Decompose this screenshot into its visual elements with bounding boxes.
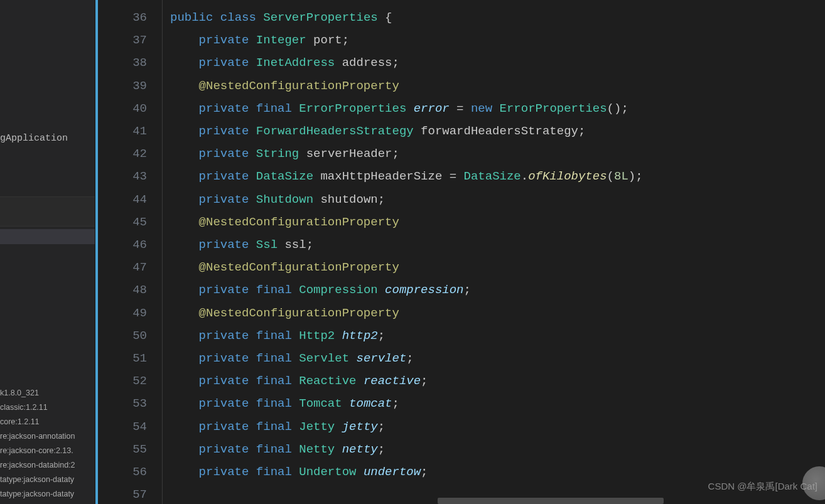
line-number: 52 — [98, 370, 147, 392]
code-line[interactable]: private DataSize maxHttpHeaderSize = Dat… — [170, 165, 825, 188]
code-line[interactable]: private Ssl ssl; — [170, 233, 825, 256]
sidebar-spacer — [0, 0, 95, 131]
code-line[interactable]: private final Netty netty; — [170, 438, 825, 461]
line-number: 41 — [98, 120, 147, 142]
sidebar-lib-item[interactable]: re:jackson-databind:2 — [0, 458, 95, 473]
sidebar-lib-item[interactable]: tatype:jackson-dataty — [0, 487, 95, 501]
sidebar-lib-item[interactable]: classic:1.2.11 — [0, 400, 95, 415]
code-line[interactable]: private final Servlet servlet; — [170, 347, 825, 370]
sidebar-libs: k1.8.0_321 classic:1.2.11 core:1.2.11 re… — [0, 386, 95, 504]
sidebar-lib-item[interactable]: core:1.2.11 — [0, 415, 95, 429]
line-number: 51 — [98, 347, 147, 370]
line-number: 42 — [98, 142, 147, 165]
sidebar-section-a[interactable] — [0, 196, 95, 227]
line-number: 54 — [98, 416, 147, 438]
code-line[interactable]: public class ServerProperties { — [170, 6, 825, 29]
line-number: 56 — [98, 461, 147, 483]
vertical-scroll-track[interactable] — [816, 0, 825, 504]
code-line[interactable]: private final Undertow undertow; — [170, 461, 825, 483]
line-number: 43 — [98, 165, 147, 188]
line-number: 55 — [98, 438, 147, 461]
code-line[interactable]: @NestedConfigurationProperty — [170, 256, 825, 279]
line-number: 49 — [98, 302, 147, 324]
line-number: 48 — [98, 279, 147, 301]
line-number: 36 — [98, 6, 147, 29]
line-number: 45 — [98, 211, 147, 233]
code-area[interactable]: public class ServerProperties { private … — [163, 0, 825, 504]
code-line[interactable]: private final ErrorProperties error = ne… — [170, 97, 825, 120]
sidebar-spacer-2 — [0, 146, 95, 196]
sidebar-lib-item[interactable]: k1.8.0_321 — [0, 386, 95, 400]
code-line[interactable]: @NestedConfigurationProperty — [170, 302, 825, 324]
line-number: 44 — [98, 188, 147, 211]
line-number-gutter: 3637383940414243444546474849505152535455… — [98, 0, 162, 504]
code-line[interactable]: @NestedConfigurationProperty — [170, 75, 825, 97]
code-line[interactable]: private Shutdown shutdown; — [170, 188, 825, 211]
code-line[interactable]: private final Http2 http2; — [170, 324, 825, 347]
sidebar: gApplication k1.8.0_321 classic:1.2.11 c… — [0, 0, 95, 504]
code-line[interactable]: private Integer port; — [170, 29, 825, 51]
code-line[interactable]: private final Reactive reactive; — [170, 370, 825, 392]
line-number: 40 — [98, 97, 147, 120]
line-number: 47 — [98, 256, 147, 279]
code-line[interactable]: private ForwardHeadersStrategy forwardHe… — [170, 120, 825, 142]
sidebar-lib-item[interactable]: tatype:jackson-dataty — [0, 473, 95, 487]
line-number: 50 — [98, 324, 147, 347]
line-number: 46 — [98, 233, 147, 256]
code-line[interactable]: private final Jetty jetty; — [170, 416, 825, 438]
sidebar-lib-item[interactable]: re:jackson-core:2.13. — [0, 444, 95, 458]
code-line[interactable]: private final Tomcat tomcat; — [170, 392, 825, 415]
sidebar-lib-item[interactable]: re:jackson-annotation — [0, 429, 95, 444]
code-line[interactable]: private InetAddress address; — [170, 51, 825, 74]
line-number: 38 — [98, 51, 147, 74]
horizontal-scroll-thumb[interactable] — [438, 498, 664, 504]
code-line[interactable]: private final Compression compression; — [170, 279, 825, 301]
line-number: 39 — [98, 75, 147, 97]
line-number: 53 — [98, 392, 147, 415]
line-number: 37 — [98, 29, 147, 51]
sidebar-file-entry[interactable]: gApplication — [0, 131, 95, 146]
line-number: 57 — [98, 483, 147, 504]
code-line[interactable]: private String serverHeader; — [170, 142, 825, 165]
editor: 3637383940414243444546474849505152535455… — [95, 0, 825, 504]
horizontal-scroll-track[interactable] — [262, 495, 816, 504]
app-root: gApplication k1.8.0_321 classic:1.2.11 c… — [0, 0, 825, 504]
code-line[interactable]: @NestedConfigurationProperty — [170, 211, 825, 233]
sidebar-section-b[interactable] — [0, 229, 95, 244]
